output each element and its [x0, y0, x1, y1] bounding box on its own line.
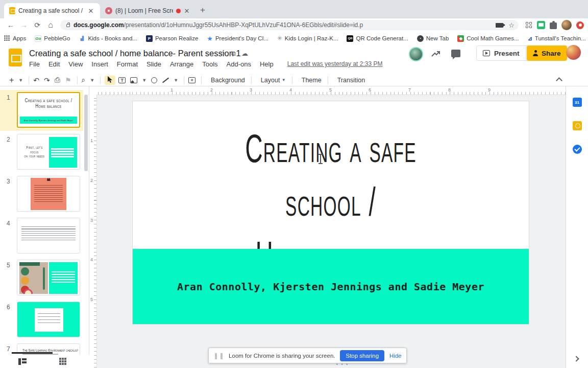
bookmark-star-icon[interactable]: ☆ [508, 21, 514, 29]
home-icon[interactable]: ⌂ [44, 20, 57, 30]
vertical-ruler[interactable]: 1 2 3 4 5 [89, 95, 97, 368]
docs-header: Creating a safe school / home balance- P… [0, 45, 588, 74]
slide-thumbnail-6[interactable]: 6 [0, 300, 83, 340]
tab-loom[interactable]: (8) | Loom | Free Screen ✕ [100, 3, 196, 18]
menu-format[interactable]: Format [117, 60, 138, 68]
extensions-puzzle-icon[interactable] [550, 22, 557, 29]
stop-sharing-button[interactable]: Stop sharing [340, 350, 384, 361]
bookmark-apps[interactable]: Apps [4, 35, 26, 41]
select-cursor-icon[interactable] [105, 76, 115, 85]
comments-icon[interactable] [451, 50, 460, 57]
hide-menus-chevron[interactable] [556, 77, 561, 82]
account-avatar[interactable] [566, 45, 581, 60]
line-dropdown[interactable]: ▼ [174, 78, 178, 83]
browser-profile-avatar[interactable] [561, 20, 572, 30]
slide-canvas-area[interactable]: Creating a safe school / Home balance Ar… [97, 95, 588, 368]
menu-file[interactable]: File [29, 60, 40, 68]
lock-icon [66, 24, 70, 27]
screencast-extension-icon[interactable] [537, 21, 545, 29]
menu-view[interactable]: View [68, 60, 83, 68]
keep-icon[interactable] [573, 121, 582, 130]
calendar-icon[interactable]: 31 [573, 98, 582, 107]
theme-button[interactable]: Theme [302, 77, 322, 84]
hide-button[interactable]: Hide [389, 353, 402, 359]
bookmark-cool-math[interactable]: ◆ Cool Math Games... [457, 35, 519, 42]
url-text: docs.google.com/presentation/d/1oHumnuJg… [74, 21, 491, 29]
slide-thumbnail-3[interactable]: 3 ❝ [0, 174, 83, 215]
zoom-dropdown[interactable]: ▼ [90, 78, 94, 83]
new-slide-dropdown[interactable]: ▼ [18, 78, 23, 83]
present-play-icon [483, 50, 490, 56]
menu-slide[interactable]: Slide [146, 60, 161, 68]
insert-comment-icon[interactable]: + [188, 77, 195, 83]
bookmark-pearson[interactable]: P Pearson Realize [146, 35, 198, 42]
slide-thumbnail-5[interactable]: 5 [0, 258, 83, 298]
menu-arrange[interactable]: Arrange [170, 60, 193, 68]
background-button[interactable]: Background [211, 77, 245, 84]
drag-handle-icon[interactable]: ❚❚ [213, 352, 225, 359]
tasks-icon[interactable] [573, 145, 582, 154]
horizontal-ruler[interactable]: 1 2 3 4 5 6 7 8 9 [97, 86, 588, 95]
move-folder-icon[interactable]: ⧉ [231, 50, 241, 57]
filmstrip-view-toolbar [0, 355, 89, 368]
menu-tools[interactable]: Tools [202, 60, 217, 68]
close-icon[interactable]: ✕ [87, 7, 95, 15]
zoom-icon[interactable]: ⌕ [82, 76, 86, 84]
collaborator-avatar[interactable] [409, 47, 423, 61]
new-slide-button[interactable]: + [9, 76, 14, 85]
bookmark-tunstalls[interactable]: ⊿ Tunstall's Teachin... [528, 35, 586, 42]
bookmark-raz-kids[interactable]: ✳ Kids Login | Raz-K... [277, 35, 338, 42]
filmstrip-scrollbar[interactable] [84, 95, 88, 171]
transition-button[interactable]: Transition [337, 77, 365, 84]
insert-line-icon[interactable] [162, 77, 169, 84]
insert-shape-icon[interactable] [151, 77, 157, 83]
menu-insert[interactable]: Insert [91, 60, 108, 68]
share-button[interactable]: Share [527, 45, 567, 61]
menu-addons[interactable]: Add-ons [227, 60, 251, 68]
tab-groups-icon[interactable] [526, 22, 532, 29]
slide-thumbnail-4[interactable]: 4 [0, 216, 83, 257]
extension-icons [526, 20, 584, 30]
present-button[interactable]: Present [477, 46, 526, 60]
text-box-icon[interactable]: T [118, 77, 126, 83]
ruler-corner [89, 86, 97, 95]
bookmark-qr-code[interactable]: QR QR Code Generat... [347, 35, 408, 42]
slide-thumbnail-1[interactable]: 1 Creating a safe school / Home balance … [0, 90, 83, 131]
back-icon[interactable]: ← [4, 21, 17, 29]
grid-view-button[interactable] [59, 358, 66, 365]
bookmark-pebblego[interactable]: Go PebbleGo [35, 35, 70, 42]
refresh-icon[interactable]: ⟳ [31, 21, 44, 29]
browser-tab-strip: Creating a safe school / home ✕ (8) | Lo… [0, 0, 588, 18]
last-edit-link[interactable]: Last edit was yesterday at 2:33 PM [287, 60, 383, 68]
layout-button[interactable]: Layout ▼ [261, 77, 286, 84]
bookmark-presidents-day[interactable]: ★ President's Day Cl... [207, 35, 268, 42]
close-icon[interactable]: ✕ [183, 7, 191, 15]
slide-canvas[interactable]: Creating a safe school / Home balance Ar… [132, 101, 529, 325]
undo-icon[interactable]: ↶ [33, 76, 39, 84]
forward-icon[interactable]: → [17, 21, 31, 29]
loom-share-bar: ❚❚ Loom for Chrome is sharing your scree… [208, 348, 407, 363]
insert-image-icon[interactable] [130, 77, 137, 83]
new-tab-button[interactable]: + [200, 5, 205, 15]
slide-thumbnail-2[interactable]: 2 First, let's focus on your needs [0, 132, 83, 173]
document-title[interactable]: Creating a safe school / home balance- P… [29, 49, 241, 58]
slides-logo[interactable] [9, 49, 22, 66]
collapse-panel-chevron[interactable] [573, 356, 579, 361]
cloud-status-icon[interactable]: ☁ [241, 50, 254, 57]
redo-icon[interactable]: ↷ [44, 76, 50, 84]
image-dropdown[interactable]: ▼ [142, 78, 146, 83]
url-bar[interactable]: docs.google.com/presentation/d/1oHumnuJg… [60, 20, 519, 30]
activity-dashboard-icon[interactable] [431, 51, 440, 57]
filmstrip-view-button[interactable] [18, 358, 26, 365]
doc-title-icons: ☆⧉☁ [219, 50, 254, 58]
menu-edit[interactable]: Edit [48, 60, 60, 68]
bookmark-new-tab[interactable]: ◔ New Tab [417, 35, 449, 42]
star-icon[interactable]: ☆ [219, 50, 231, 57]
menu-help[interactable]: Help [260, 60, 274, 68]
bookmark-kids-books[interactable]: ▟ Kids - Books and... [79, 35, 137, 42]
loom-extension-icon[interactable] [576, 21, 584, 29]
tab-slides[interactable]: Creating a safe school / home ✕ [4, 3, 100, 18]
paint-format-icon[interactable]: ⚑ [65, 76, 71, 84]
author-bar[interactable]: Aran Connolly, Kjersten Jennings and Sad… [133, 249, 529, 324]
print-icon[interactable]: ⎙ [55, 76, 60, 84]
